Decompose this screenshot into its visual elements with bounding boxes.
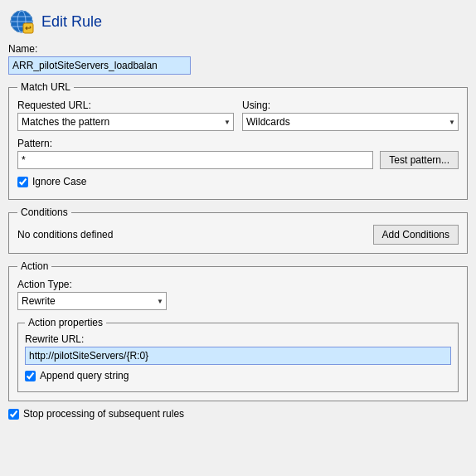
- action-legend: Action: [17, 260, 51, 272]
- conditions-section: Conditions No conditions defined Add Con…: [8, 206, 468, 254]
- ignore-case-checkbox[interactable]: [17, 177, 28, 187]
- test-pattern-button[interactable]: Test pattern...: [380, 151, 459, 169]
- append-query-string-label: Append query string: [40, 370, 129, 381]
- pattern-label: Pattern:: [17, 138, 459, 149]
- page-header: ↩ Edit Rule: [8, 8, 468, 35]
- page-title: Edit Rule: [41, 13, 102, 31]
- name-label: Name:: [8, 43, 468, 55]
- svg-text:↩: ↩: [25, 24, 32, 32]
- action-properties-legend: Action properties: [25, 317, 106, 328]
- requested-url-select-wrapper: Matches the pattern Does not match the p…: [17, 113, 234, 131]
- rewrite-url-label: Rewrite URL:: [25, 333, 451, 345]
- ignore-case-row: Ignore Case: [17, 176, 459, 187]
- action-type-select-wrapper: Rewrite Redirect Custom Response Abort R…: [17, 292, 167, 310]
- stop-processing-row: Stop processing of subsequent rules: [8, 408, 468, 420]
- add-conditions-button[interactable]: Add Conditions: [373, 225, 459, 245]
- match-url-legend: Match URL: [17, 81, 74, 93]
- conditions-row: No conditions defined Add Conditions: [17, 225, 459, 245]
- conditions-legend: Conditions: [17, 206, 71, 218]
- using-col: Using: Wildcards Regular Expressions Exa…: [242, 100, 459, 131]
- name-input[interactable]: [8, 56, 191, 75]
- requested-url-col: Requested URL: Matches the pattern Does …: [17, 100, 234, 131]
- name-section: Name:: [8, 43, 468, 75]
- requested-url-row: Requested URL: Matches the pattern Does …: [17, 100, 459, 131]
- append-query-string-checkbox[interactable]: [25, 371, 36, 381]
- append-query-string-row: Append query string: [25, 370, 451, 381]
- action-type-select[interactable]: Rewrite Redirect Custom Response Abort R…: [17, 292, 167, 310]
- action-type-label: Action Type:: [17, 279, 459, 290]
- requested-url-label: Requested URL:: [17, 100, 234, 111]
- rewrite-url-input[interactable]: [25, 347, 451, 365]
- stop-processing-label: Stop processing of subsequent rules: [23, 408, 184, 420]
- ignore-case-label: Ignore Case: [32, 176, 86, 187]
- action-properties-section: Action properties Rewrite URL: Append qu…: [17, 317, 459, 392]
- action-section: Action Action Type: Rewrite Redirect Cus…: [8, 260, 468, 401]
- header-icon: ↩: [8, 8, 35, 35]
- no-conditions-text: No conditions defined: [17, 229, 113, 240]
- using-select[interactable]: Wildcards Regular Expressions Exact Matc…: [242, 113, 459, 131]
- match-url-section: Match URL Requested URL: Matches the pat…: [8, 81, 468, 200]
- using-select-wrapper: Wildcards Regular Expressions Exact Matc…: [242, 113, 459, 131]
- pattern-input[interactable]: [17, 151, 373, 169]
- stop-processing-checkbox[interactable]: [8, 409, 19, 420]
- action-type-row: Rewrite Redirect Custom Response Abort R…: [17, 292, 459, 310]
- pattern-row: Test pattern...: [17, 151, 459, 169]
- requested-url-select[interactable]: Matches the pattern Does not match the p…: [17, 113, 234, 131]
- using-label: Using:: [242, 100, 459, 111]
